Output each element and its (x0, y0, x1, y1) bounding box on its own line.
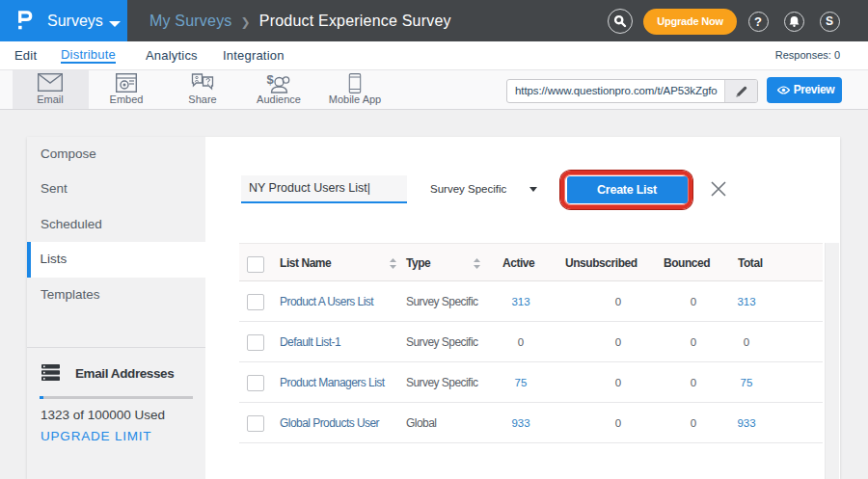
svg-text:$: $ (267, 73, 275, 87)
